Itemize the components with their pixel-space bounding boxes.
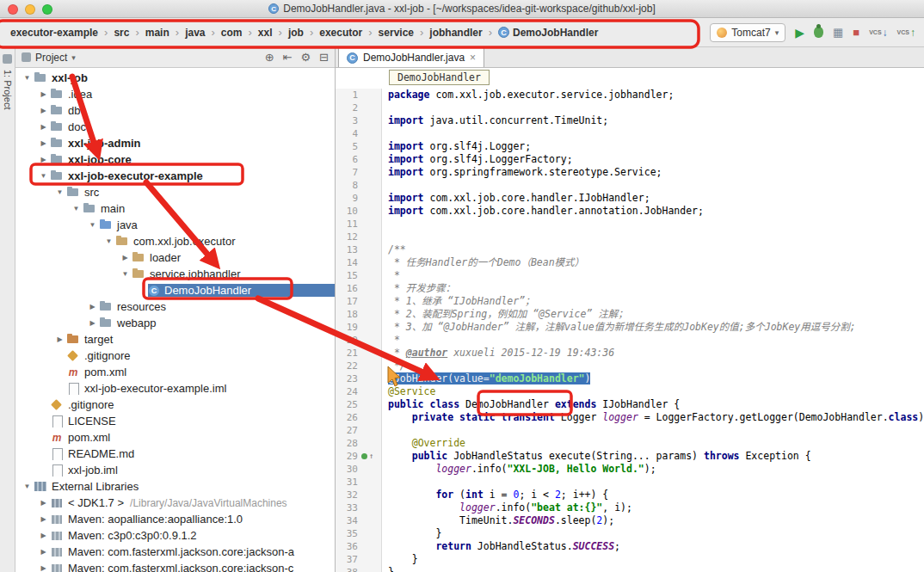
code-text[interactable]: * — [382, 269, 924, 282]
tree-item-.idea[interactable]: ▶.idea — [15, 86, 335, 102]
line-number[interactable]: 4 — [336, 127, 358, 140]
gutter[interactable]: 3 — [336, 114, 382, 127]
gutter[interactable]: 4 — [336, 127, 382, 140]
gutter[interactable]: 22 — [336, 360, 382, 372]
code-text[interactable] — [382, 218, 924, 231]
line-number[interactable]: 21 — [336, 347, 358, 360]
breadcrumb-item-executor[interactable]: executor — [319, 27, 362, 39]
gutter[interactable]: 27 — [336, 424, 382, 437]
tree-item-resources[interactable]: ▶resources — [15, 298, 335, 315]
tree-item-External Libraries[interactable]: ▼External Libraries — [15, 478, 335, 495]
code-text[interactable] — [382, 476, 924, 489]
line-number[interactable]: 28 — [336, 437, 358, 450]
tree-item-Maven: aopalliance:aopalliance:1.0[interactable]: ▶Maven: aopalliance:aopalliance:1.0 — [15, 511, 335, 527]
line-number[interactable]: 3 — [336, 114, 358, 127]
code-text[interactable]: /** — [382, 243, 924, 256]
code-text[interactable]: private static transient Logger logger =… — [382, 411, 924, 424]
line-number[interactable]: 16 — [336, 282, 358, 295]
line-number[interactable]: 5 — [336, 140, 358, 153]
selected-text[interactable]: @JobHander(value="demoJobHandler") — [388, 372, 590, 384]
breadcrumb-item-main[interactable]: main — [145, 27, 169, 39]
gutter[interactable]: 26 — [336, 411, 382, 424]
code-text[interactable]: * 3、加 “@JobHander” 注解，注解value值为新增任务生成的Jo… — [382, 321, 924, 334]
gutter[interactable]: 7 — [336, 166, 382, 179]
gutter[interactable]: 31 — [336, 476, 382, 489]
line-number[interactable]: 22 — [336, 360, 358, 372]
line-number[interactable]: 6 — [336, 153, 358, 166]
chevron-right-icon[interactable]: ▶ — [37, 499, 50, 507]
collapse-all-button[interactable]: ⇤ — [283, 51, 293, 64]
line-number[interactable]: 18 — [336, 308, 358, 321]
tree-item-db[interactable]: ▶db — [15, 102, 335, 119]
chevron-down-icon[interactable]: ▼ — [21, 483, 34, 490]
line-number[interactable]: 1 — [336, 89, 358, 101]
code-text[interactable]: import com.xxl.job.core.handler.IJobHand… — [382, 192, 924, 205]
gutter[interactable]: 12 — [336, 231, 382, 243]
code-text[interactable]: @Override — [382, 437, 924, 450]
gutter[interactable]: 19 — [336, 321, 382, 334]
line-number[interactable]: 29 — [336, 450, 358, 463]
breadcrumb-item-com[interactable]: com — [221, 27, 243, 39]
project-view-selector[interactable]: Project — [35, 52, 67, 64]
close-window-button[interactable] — [8, 4, 18, 15]
code-text[interactable] — [382, 179, 924, 192]
gutter[interactable]: 29↑ — [336, 450, 382, 463]
line-number[interactable]: 35 — [336, 527, 358, 540]
line-number[interactable]: 27 — [336, 424, 358, 437]
editor-breadcrumb-class[interactable]: DemoJobHandler — [389, 70, 490, 85]
gear-icon[interactable]: ⚙ — [300, 51, 311, 64]
gutter[interactable]: 2 — [336, 101, 382, 114]
vcs-commit-button[interactable]: VCS ↑ — [897, 27, 915, 39]
chevron-down-icon[interactable]: ▼ — [86, 221, 99, 229]
line-number[interactable]: 20 — [336, 334, 358, 347]
line-number[interactable]: 19 — [336, 321, 358, 334]
code-text[interactable]: * — [382, 334, 924, 347]
code-text[interactable]: * @author xuxueli 2015-12-19 19:43:36 — [382, 347, 924, 360]
code-text[interactable]: public class DemoJobHandler extends IJob… — [382, 398, 924, 411]
chevron-right-icon[interactable]: ▶ — [119, 254, 132, 261]
line-number[interactable]: 7 — [336, 166, 358, 179]
chevron-right-icon[interactable]: ▶ — [37, 123, 50, 131]
code-text[interactable]: import org.slf4j.Logger; — [382, 140, 924, 153]
gutter[interactable]: 6 — [336, 153, 382, 166]
code-text[interactable]: * 任务Handler的一个Demo（Bean模式） — [382, 256, 924, 269]
tree-item-.gitignore[interactable]: .gitignore — [15, 348, 335, 364]
line-number[interactable]: 38 — [336, 566, 358, 572]
chevron-right-icon[interactable]: ▶ — [37, 532, 50, 539]
gutter[interactable]: 14 — [336, 256, 382, 269]
line-number[interactable]: 10 — [336, 205, 358, 218]
chevron-right-icon[interactable]: ▶ — [37, 548, 50, 556]
run-button[interactable]: ▶ — [795, 27, 804, 39]
chevron-down-icon[interactable]: ▼ — [119, 270, 132, 278]
tool-window-button-project[interactable]: 1: Project — [3, 70, 13, 109]
code-text[interactable] — [382, 231, 924, 243]
line-number[interactable]: 37 — [336, 553, 358, 566]
tree-item-src[interactable]: ▼src — [15, 184, 335, 200]
tree-item-main[interactable]: ▼main — [15, 200, 335, 217]
chevron-down-icon[interactable]: ▼ — [102, 237, 115, 245]
line-number[interactable]: 25 — [336, 398, 358, 411]
code-text[interactable]: } — [382, 566, 924, 572]
line-number[interactable]: 32 — [336, 489, 358, 501]
chevron-right-icon[interactable]: ▶ — [37, 156, 50, 163]
code-text[interactable]: TimeUnit.SECONDS.sleep(2); — [382, 514, 924, 527]
breadcrumb-item-executor-example[interactable]: executor-example — [10, 27, 98, 39]
coverage-button[interactable]: ▦ — [833, 27, 843, 38]
chevron-down-icon[interactable]: ▼ — [21, 74, 34, 82]
code-text[interactable] — [382, 101, 924, 114]
gutter[interactable]: 32 — [336, 489, 382, 501]
line-number[interactable]: 24 — [336, 385, 358, 398]
tree-item-pom.xml[interactable]: mpom.xml — [15, 429, 335, 446]
line-number[interactable]: 34 — [336, 514, 358, 527]
line-number[interactable]: 8 — [336, 179, 358, 192]
code-text[interactable]: for (int i = 0; i < 2; i++) { — [382, 489, 924, 501]
code-text[interactable]: logger.info("beat at:{}", i); — [382, 501, 924, 514]
tree-item-xxl-job.iml[interactable]: xxl-job.iml — [15, 462, 335, 478]
code-text[interactable]: @JobHander(value="demoJobHandler") — [382, 372, 924, 385]
code-area[interactable]: 1package com.xxl.job.executor.service.jo… — [336, 89, 924, 572]
minimize-window-button[interactable] — [25, 4, 35, 15]
gutter[interactable]: 17 — [336, 295, 382, 308]
tree-item-DemoJobHandler[interactable]: CDemoJobHandler — [15, 282, 335, 298]
line-number[interactable]: 14 — [336, 256, 358, 269]
run-configuration-select[interactable]: Tomcat7 ▾ — [710, 23, 785, 42]
